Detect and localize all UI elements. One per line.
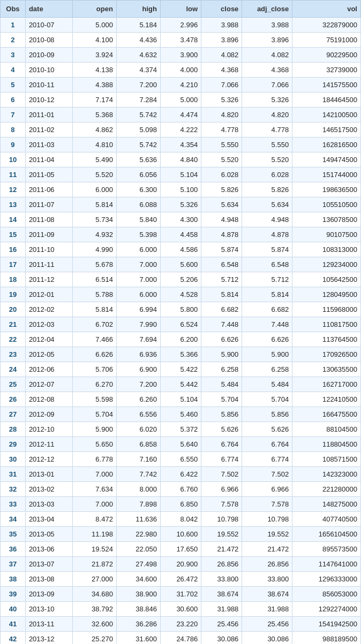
table-cell: 2012-07 [25, 377, 72, 392]
table-cell: 6.936 [116, 347, 160, 362]
table-cell: 4.368 [201, 63, 242, 78]
table-cell: 11.636 [116, 512, 160, 527]
table-cell: 2011-10 [25, 242, 72, 257]
table-cell: 88104500 [292, 422, 361, 437]
table-cell: 42 [1, 632, 26, 645]
table-row: 262012-085.5986.2605.1045.7045.704122410… [1, 392, 361, 407]
table-cell: 4.082 [201, 48, 242, 63]
table-cell: 6.550 [160, 452, 201, 467]
table-cell: 221280000 [292, 482, 361, 497]
table-cell: 3.896 [242, 33, 292, 48]
table-cell: 6.858 [116, 437, 160, 452]
table-cell: 166475500 [292, 407, 361, 422]
table-cell: 2013-05 [25, 527, 72, 542]
header-open: open [72, 1, 116, 18]
table-cell: 2012-02 [25, 302, 72, 317]
table-row: 142011-085.7345.8404.3004.9484.948136078… [1, 212, 361, 227]
table-cell: 7 [1, 108, 26, 122]
table-cell: 7.634 [72, 482, 116, 497]
table-cell: 4.932 [72, 227, 116, 242]
table-cell: 146517500 [292, 122, 361, 137]
table-cell: 27.000 [72, 572, 116, 587]
table-cell: 5.814 [242, 287, 292, 302]
table-row: 212012-036.7027.9906.5247.4487.448110817… [1, 317, 361, 332]
table-cell: 322879000 [292, 18, 361, 33]
table-cell: 5.640 [160, 437, 201, 452]
table-cell: 38.674 [201, 587, 242, 602]
table-cell: 5.550 [242, 137, 292, 152]
table-cell: 2011-02 [25, 122, 72, 137]
table-row: 292012-115.6506.8585.6406.7646.764118804… [1, 437, 361, 452]
table-cell: 38.792 [72, 602, 116, 617]
table-cell: 2013-03 [25, 497, 72, 512]
table-cell: 105510500 [292, 197, 361, 212]
table-row: 102011-045.4905.6364.8405.5205.520149474… [1, 152, 361, 167]
table-cell: 6.300 [116, 182, 160, 197]
table-cell: 5.814 [72, 197, 116, 212]
table-cell: 30 [1, 452, 26, 467]
table-cell: 4.082 [242, 48, 292, 63]
table-cell: 2011-07 [25, 197, 72, 212]
table-cell: 3.988 [201, 18, 242, 33]
table-cell: 2013-04 [25, 512, 72, 527]
table-cell: 7.502 [242, 467, 292, 482]
table-cell: 5.706 [72, 362, 116, 377]
table-cell: 6.000 [116, 287, 160, 302]
table-cell: 8 [1, 122, 26, 137]
table-cell: 2012-04 [25, 332, 72, 347]
table-cell: 5.800 [160, 302, 201, 317]
table-cell: 2010-10 [25, 63, 72, 78]
table-cell: 5.520 [201, 152, 242, 167]
table-cell: 2.996 [160, 18, 201, 33]
table-cell: 2011-06 [25, 182, 72, 197]
table-cell: 4.222 [160, 122, 201, 137]
table-cell: 6.000 [72, 182, 116, 197]
table-cell: 16 [1, 242, 26, 257]
table-row: 352013-0511.19822.98010.60019.55219.5521… [1, 527, 361, 542]
table-row: 302012-126.7787.1606.5506.7746.774108571… [1, 452, 361, 467]
table-cell: 32739000 [292, 63, 361, 78]
table-cell: 5.184 [116, 18, 160, 33]
table-cell: 8.000 [116, 482, 160, 497]
table-row: 332013-037.0007.8986.8507.5787.578148275… [1, 497, 361, 512]
table-cell: 5.826 [201, 182, 242, 197]
table-cell: 162816500 [292, 137, 361, 152]
table-cell: 8.472 [72, 512, 116, 527]
table-cell: 5.840 [116, 212, 160, 227]
table-cell: 2013-06 [25, 542, 72, 557]
table-cell: 6.774 [201, 452, 242, 467]
table-cell: 10.798 [201, 512, 242, 527]
table-cell: 27.498 [116, 557, 160, 572]
table-row: 12010-075.0005.1842.9963.9883.9883228790… [1, 18, 361, 33]
table-cell: 4.458 [160, 227, 201, 242]
table-cell: 4.862 [72, 122, 116, 137]
table-cell: 30.086 [201, 632, 242, 645]
table-cell: 5.856 [242, 407, 292, 422]
table-cell: 5.368 [72, 108, 116, 122]
table-cell: 142323000 [292, 467, 361, 482]
table-cell: 10.600 [160, 527, 201, 542]
table-row: 422013-1225.27031.60024.78630.08630.0869… [1, 632, 361, 645]
table-cell: 141575500 [292, 78, 361, 93]
table-cell: 4.100 [72, 33, 116, 48]
table-cell: 6.900 [116, 362, 160, 377]
table-cell: 2012-05 [25, 347, 72, 362]
table-cell: 5.636 [116, 152, 160, 167]
table-cell: 27 [1, 407, 26, 422]
table-cell: 3.924 [72, 48, 116, 63]
table-cell: 122410500 [292, 392, 361, 407]
table-cell: 4 [1, 63, 26, 78]
table-cell: 129234000 [292, 257, 361, 272]
table-cell: 2011-03 [25, 137, 72, 152]
table-cell: 38.674 [242, 587, 292, 602]
table-cell: 6.270 [72, 377, 116, 392]
table-cell: 108313000 [292, 242, 361, 257]
table-cell: 2011-05 [25, 167, 72, 182]
table-cell: 24 [1, 362, 26, 377]
table-cell: 5.490 [72, 152, 116, 167]
table-header-row: Obs date open high low close adj_close v… [1, 1, 361, 18]
table-cell: 108571500 [292, 452, 361, 467]
table-cell: 2012-10 [25, 422, 72, 437]
table-cell: 34.680 [72, 587, 116, 602]
table-cell: 23.220 [160, 617, 201, 632]
